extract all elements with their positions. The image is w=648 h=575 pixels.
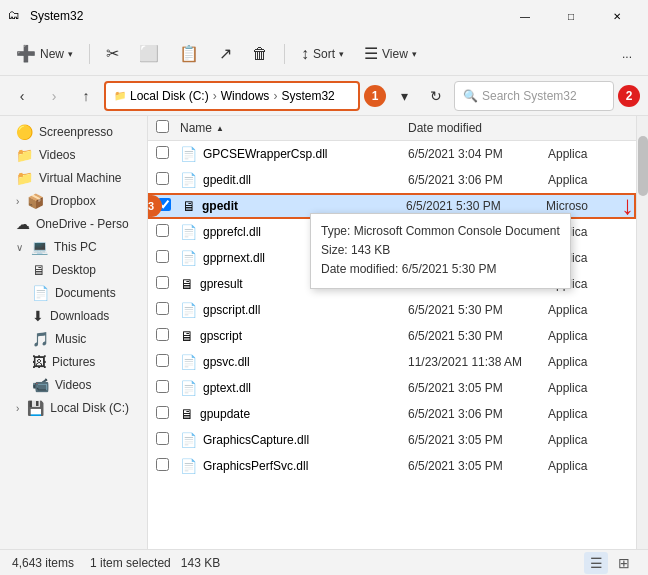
grid-view-button[interactable]: ⊞	[612, 552, 636, 574]
sidebar-item-documents[interactable]: 📄 Documents	[4, 282, 143, 304]
sort-label: Sort	[313, 47, 335, 61]
sidebar-item-screenpresso[interactable]: 🟡 Screenpresso	[4, 121, 143, 143]
refresh-button[interactable]: ↻	[422, 82, 450, 110]
row-checkbox[interactable]	[156, 302, 180, 318]
address-bar-wrapper: 📁 Local Disk (C:) › Windows › System32 1…	[104, 81, 450, 111]
close-button[interactable]: ✕	[594, 0, 640, 32]
row-checkbox[interactable]	[156, 380, 180, 396]
sidebar-item-onedrive[interactable]: ☁ OneDrive - Perso	[4, 213, 143, 235]
more-button[interactable]: ...	[614, 38, 640, 70]
address-bar[interactable]: 📁 Local Disk (C:) › Windows › System32	[104, 81, 360, 111]
sidebar-item-virtual-machine[interactable]: 📁 Virtual Machine	[4, 167, 143, 189]
documents-icon: 📄	[32, 285, 49, 301]
search-icon: 🔍	[463, 89, 478, 103]
view-button[interactable]: ☰ View ▾	[356, 38, 425, 70]
sidebar-item-label: OneDrive - Perso	[36, 217, 129, 231]
expand-icon: ›	[16, 196, 19, 207]
sidebar-item-label: Music	[55, 332, 86, 346]
file-type: Applica	[548, 173, 628, 187]
file-date: 6/5/2021 5:30 PM	[408, 329, 548, 343]
copy-icon: ⬜	[139, 44, 159, 63]
row-checkbox[interactable]	[156, 224, 180, 240]
forward-button[interactable]: ›	[40, 82, 68, 110]
maximize-button[interactable]: □	[548, 0, 594, 32]
more-icon: ...	[622, 47, 632, 61]
this-pc-icon: 💻	[31, 239, 48, 255]
tooltip-size: Size: 143 KB	[321, 241, 560, 260]
sort-button[interactable]: ↕ Sort ▾	[293, 38, 352, 70]
name-label: Name	[180, 121, 212, 135]
file-row[interactable]: 📄 gptext.dll 6/5/2021 3:05 PM Applica	[148, 375, 636, 401]
file-row[interactable]: 📄 GraphicsCapture.dll 6/5/2021 3:05 PM A…	[148, 427, 636, 453]
new-button[interactable]: ➕ New ▾	[8, 38, 81, 70]
file-row[interactable]: 🖥 gpupdate 6/5/2021 3:06 PM Applica	[148, 401, 636, 427]
share-button[interactable]: ↗	[211, 38, 240, 70]
row-checkbox[interactable]	[156, 458, 180, 474]
back-button[interactable]: ‹	[8, 82, 36, 110]
sidebar-item-desktop[interactable]: 🖥 Desktop	[4, 259, 143, 281]
copy-button[interactable]: ⬜	[131, 38, 167, 70]
file-row-gpedit[interactable]: 🖥 gpedit 6/5/2021 5:30 PM Microso 3 Type…	[148, 193, 636, 219]
delete-button[interactable]: 🗑	[244, 38, 276, 70]
search-placeholder: Search System32	[482, 89, 577, 103]
sidebar-item-this-pc[interactable]: ∨ 💻 This PC	[4, 236, 143, 258]
column-header-date[interactable]: Date modified	[408, 121, 548, 135]
file-name: GraphicsPerfSvc.dll	[203, 459, 408, 473]
file-icon: 📄	[180, 146, 197, 162]
file-row[interactable]: 📄 GPCSEWrapperCsp.dll 6/5/2021 3:04 PM A…	[148, 141, 636, 167]
file-row[interactable]: 📄 gpscript.dll 6/5/2021 5:30 PM Applica	[148, 297, 636, 323]
view-toggle: ☰ ⊞	[584, 552, 636, 574]
scrollbar-thumb[interactable]	[638, 136, 648, 196]
file-row[interactable]: 📄 gpsvc.dll 11/23/2021 11:38 AM Applica	[148, 349, 636, 375]
check-all[interactable]	[156, 120, 169, 133]
row-checkbox[interactable]	[156, 406, 180, 422]
view-icon: ☰	[364, 44, 378, 63]
desktop-icon: 🖥	[32, 262, 46, 278]
row-checkbox[interactable]	[156, 172, 180, 188]
file-type: Applica	[548, 459, 628, 473]
column-header-name[interactable]: Name ▲	[180, 121, 408, 135]
new-icon: ➕	[16, 44, 36, 63]
paste-button[interactable]: 📋	[171, 38, 207, 70]
item-count: 4,643 items	[12, 556, 74, 570]
minimize-button[interactable]: —	[502, 0, 548, 32]
search-box[interactable]: 🔍 Search System32	[454, 81, 614, 111]
music-icon: 🎵	[32, 331, 49, 347]
row-checkbox[interactable]	[156, 328, 180, 344]
row-checkbox[interactable]	[156, 250, 180, 266]
sidebar-item-pictures[interactable]: 🖼 Pictures	[4, 351, 143, 373]
date-label: Date modified	[408, 121, 482, 135]
sidebar-item-videos-pc[interactable]: 📹 Videos	[4, 374, 143, 396]
view-label: View	[382, 47, 408, 61]
chevron-down-button[interactable]: ▾	[390, 82, 418, 110]
list-view-button[interactable]: ☰	[584, 552, 608, 574]
cut-button[interactable]: ✂	[98, 38, 127, 70]
file-date: 6/5/2021 3:06 PM	[408, 173, 548, 187]
file-name: gpedit	[202, 199, 406, 213]
sidebar-item-videos-top[interactable]: 📁 Videos	[4, 144, 143, 166]
file-date: 6/5/2021 5:30 PM	[408, 303, 548, 317]
sidebar-item-local-disk[interactable]: › 💾 Local Disk (C:)	[4, 397, 143, 419]
paste-icon: 📋	[179, 44, 199, 63]
row-checkbox[interactable]	[156, 146, 180, 162]
up-button[interactable]: ↑	[72, 82, 100, 110]
row-checkbox[interactable]	[156, 354, 180, 370]
address-path: Local Disk (C:) › Windows › System32	[130, 89, 335, 103]
select-all-checkbox[interactable]	[156, 120, 180, 136]
file-date: 6/5/2021 3:05 PM	[408, 381, 548, 395]
sidebar-item-dropbox[interactable]: › 📦 Dropbox	[4, 190, 143, 212]
file-type: Applica	[548, 355, 628, 369]
row-checkbox[interactable]	[156, 432, 180, 448]
row-checkbox[interactable]	[156, 276, 180, 292]
sort-icon: ↕	[301, 45, 309, 63]
file-row[interactable]: 🖥 gpscript 6/5/2021 5:30 PM Applica	[148, 323, 636, 349]
expand-icon: ∨	[16, 242, 23, 253]
sidebar-item-music[interactable]: 🎵 Music	[4, 328, 143, 350]
file-row[interactable]: 📄 gpedit.dll 6/5/2021 3:06 PM Applica	[148, 167, 636, 193]
delete-icon: 🗑	[252, 45, 268, 63]
sidebar-item-downloads[interactable]: ⬇ Downloads	[4, 305, 143, 327]
scrollbar-track[interactable]	[636, 116, 648, 549]
tooltip: Type: Microsoft Common Console Document …	[310, 213, 571, 289]
file-type: Applica	[548, 407, 628, 421]
file-row[interactable]: 📄 GraphicsPerfSvc.dll 6/5/2021 3:05 PM A…	[148, 453, 636, 479]
